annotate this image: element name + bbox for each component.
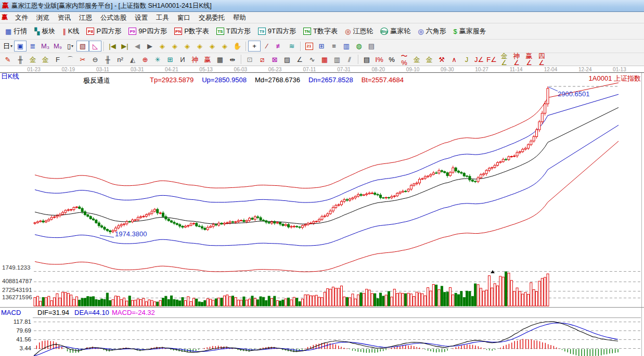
menu-item-help[interactable]: 帮助 xyxy=(229,13,250,22)
toolbar-button-angle-lines[interactable]: ∠ xyxy=(293,54,306,65)
kline-chart-area[interactable]: 01-2302-1903-1103-3104-2105-1306-0306-23… xyxy=(0,66,644,307)
toolbar-button-kline[interactable]: ∥K线 xyxy=(59,25,83,37)
toolbar-button-sectors[interactable]: ▚板块 xyxy=(31,25,59,37)
toolbar-button-shen-tool[interactable]: 神 xyxy=(189,54,201,65)
toolbar-button-crosshair[interactable]: + xyxy=(248,41,261,52)
toolbar-button-gold-ruler-1[interactable]: 金 xyxy=(27,54,39,65)
toolbar-button-period-day[interactable]: 日▾ xyxy=(2,41,14,52)
toolbar-button-info-panel[interactable]: ≣ xyxy=(27,41,39,52)
toolbar-button-shade-box[interactable]: ▨ xyxy=(281,54,293,65)
toolbar-button-gold-circle[interactable]: 金 xyxy=(410,54,423,65)
toolbar-button-wave-mark[interactable]: И xyxy=(176,54,189,65)
toolbar-button-volume-profile[interactable]: ◺ xyxy=(89,41,101,52)
macd-pane[interactable]: 117.8179.6941.563.44 MACD DIF=31.94 DEA=… xyxy=(0,307,644,356)
toolbar-button-shen-angle[interactable]: 神∠ xyxy=(510,54,523,65)
toolbar-button-nav-prev[interactable]: ◀ xyxy=(131,41,144,52)
toolbar-button-quotes[interactable]: ▦行情 xyxy=(2,25,31,37)
toolbar-button-cut-tool[interactable]: ✂ xyxy=(76,54,89,65)
toolbar-button-percent-wave[interactable]: 〜% xyxy=(398,54,410,65)
toolbar-button-scale-tool[interactable]: ▤ xyxy=(360,54,373,65)
toolbar-button-trendline[interactable]: ∕ xyxy=(261,41,273,52)
toolbar-button-fan-grid[interactable]: ⊠ xyxy=(268,54,281,65)
toolbar-button-zoom-left[interactable]: ◈ xyxy=(156,41,169,52)
toolbar-button-tick-ruler[interactable]: ╫ xyxy=(101,54,114,65)
menu-item-news[interactable]: 资讯 xyxy=(54,13,75,22)
toolbar-button-9p-square[interactable]: P99P四方形 xyxy=(125,25,171,37)
toolbar-button-gold-angle-2[interactable]: 金∠ xyxy=(498,54,510,65)
toolbar-button-candle-style[interactable]: ▯▾ xyxy=(64,41,76,52)
toolbar-button-gold-ruler-2[interactable]: 金 xyxy=(39,54,51,65)
toolbar-button-zoom-in[interactable]: ◈ xyxy=(194,41,206,52)
toolbar-button-web-grid[interactable]: ⊞ xyxy=(164,54,176,65)
toolbar-button-f-ruler[interactable]: F xyxy=(51,54,64,65)
toolbar-button-p-square[interactable]: P8P四方形 xyxy=(83,25,125,37)
toolbar-button-chart-window[interactable]: ▣ xyxy=(14,41,27,52)
toolbar-button-special-knife[interactable]: ⚒ xyxy=(435,54,448,65)
toolbar-button-win-angle[interactable]: 赢∠ xyxy=(523,54,535,65)
menu-item-settings[interactable]: 设置 xyxy=(131,13,152,22)
menu-item-browse[interactable]: 浏览 xyxy=(32,13,54,22)
toolbar-button-web-update[interactable]: ◍ xyxy=(353,41,365,52)
toolbar-button-nav-first[interactable]: |◀ xyxy=(106,41,119,52)
toolbar-button-dark-grid[interactable]: ▥ xyxy=(331,54,343,65)
web-update-icon: ◍ xyxy=(356,43,362,49)
toolbar-button-gold-angle[interactable]: 金 xyxy=(423,54,435,65)
save-icon: ▥ xyxy=(343,43,350,49)
toolbar-button-zoom-out[interactable]: ◈ xyxy=(206,41,218,52)
toolbar-button-winner-wheel[interactable]: Big赢家轮 xyxy=(377,25,414,37)
menu-item-formula-picker[interactable]: 公式选股 xyxy=(96,13,131,22)
toolbar-button-nav-next[interactable]: ▶ xyxy=(144,41,156,52)
toolbar-button-f-angle[interactable]: F∠ xyxy=(485,54,498,65)
toolbar-button-gann-ruler[interactable]: ╫ xyxy=(14,54,27,65)
toolbar-button-draw-pen[interactable]: ✎ xyxy=(2,54,14,65)
toolbar-button-zoom-all[interactable]: ◈ xyxy=(218,41,231,52)
toolbar-button-t-digit-table[interactable]: TNT数字表 xyxy=(300,25,341,37)
toolbar-button-hexagon[interactable]: ◎六角形 xyxy=(414,25,449,37)
toolbar-button-n-square[interactable]: n² xyxy=(114,54,126,65)
toolbar-button-a-wave[interactable]: ∧ xyxy=(448,54,460,65)
toolbar-button-gold-j[interactable]: J xyxy=(460,54,473,65)
toolbar-button-span-arrows[interactable]: ⇹ xyxy=(226,54,239,65)
toolbar-button-win-tool[interactable]: 赢 xyxy=(201,54,214,65)
toolbar-button-grid-123[interactable]: ▦ xyxy=(214,54,226,65)
toolbar-button-wave-lines[interactable]: ∿ xyxy=(306,54,318,65)
toolbar-button-p-digit-table[interactable]: PNP数字表 xyxy=(171,25,213,37)
toolbar-button-resistance-tool[interactable]: ≋ xyxy=(286,41,298,52)
toolbar-button-gann-wheel[interactable]: ◎江恩轮 xyxy=(341,25,377,37)
toolbar-button-notes[interactable]: ≡ xyxy=(328,41,340,52)
toolbar-button-slash-lines[interactable]: ⫽ xyxy=(343,54,356,65)
toolbar-button-9t-square[interactable]: T99T四方形 xyxy=(254,25,300,37)
toolbar-button-target-tool[interactable]: ⊕ xyxy=(139,54,151,65)
toolbar-button-circle-ruler[interactable]: ⊖ xyxy=(89,54,101,65)
menu-item-trade-entrust[interactable]: 交易委托 xyxy=(195,13,229,22)
toolbar-button-percent[interactable]: % xyxy=(385,54,398,65)
kline-canvas[interactable]: 1749.1233408814787272543191136271596 xyxy=(0,73,644,307)
toolbar-button-four-angle[interactable]: 四∠ xyxy=(535,54,548,65)
toolbar-button-calculator[interactable]: ⊞ xyxy=(315,41,328,52)
toolbar-button-calendar[interactable]: 21 xyxy=(303,41,315,52)
toolbar-button-zoom-h[interactable]: ◈ xyxy=(181,41,194,52)
toolbar-button-winner-service[interactable]: $赢家服务 xyxy=(450,25,490,37)
menu-item-tools[interactable]: 工具 xyxy=(152,13,173,22)
toolbar-button-print[interactable]: ▤ xyxy=(365,41,378,52)
toolbar-button-gann-tool[interactable]: ≢ xyxy=(273,41,286,52)
toolbar-button-percent-line[interactable]: Ⅰ% xyxy=(373,54,385,65)
toolbar-button-wave-9[interactable]: M₉ xyxy=(51,41,64,52)
toolbar-button-zoom-right[interactable]: ◈ xyxy=(169,41,181,52)
toolbar-button-arc-tool[interactable]: ⌒ xyxy=(64,54,76,65)
toolbar-button-angle-tool[interactable]: ◭ xyxy=(126,54,139,65)
toolbar-button-save[interactable]: ▥ xyxy=(340,41,353,52)
toolbar-button-box-tool[interactable]: ⊡ xyxy=(243,54,256,65)
toolbar-button-fan-red[interactable]: ⧄ xyxy=(256,54,268,65)
toolbar-button-hand-tool[interactable]: ✋ xyxy=(231,41,243,52)
menu-item-gann[interactable]: 江恩 xyxy=(75,13,96,22)
toolbar-button-red-grid[interactable]: ▦ xyxy=(318,54,331,65)
toolbar-button-t-square[interactable]: TST四方形 xyxy=(213,25,254,37)
toolbar-button-star-tool[interactable]: ✳ xyxy=(151,54,164,65)
menu-item-window[interactable]: 窗口 xyxy=(173,13,195,22)
toolbar-button-pattern-view[interactable]: ▧ xyxy=(76,41,89,52)
toolbar-button-nav-last[interactable]: ▶| xyxy=(119,41,131,52)
toolbar-button-j-angle[interactable]: J∠ xyxy=(473,54,485,65)
menu-item-file[interactable]: 文件 xyxy=(11,13,32,22)
toolbar-button-wave-3[interactable]: M₃ xyxy=(39,41,51,52)
